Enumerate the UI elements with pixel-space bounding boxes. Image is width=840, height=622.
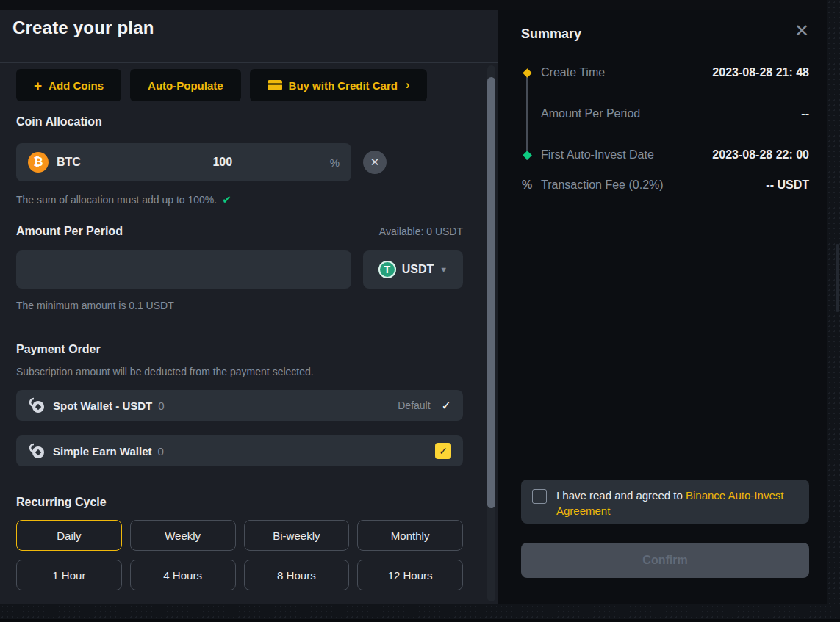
usdt-icon: T [378, 261, 396, 278]
row-label: Amount Per Period [541, 107, 801, 120]
wallet-checkbox-checked[interactable]: ✓ [435, 443, 451, 459]
coin-allocation-row: ₿ BTC 100 % ✕ [16, 143, 463, 181]
summary-timeline: Create Time 2023-08-28 21: 48 Amount Per… [521, 66, 809, 192]
payment-order-description: Subscription amount will be deducted fro… [16, 366, 463, 377]
summary-heading: Summary [521, 26, 581, 42]
row-label: Create Time [541, 66, 712, 79]
agreement-text: I have read and agreed to Binance Auto-I… [556, 488, 798, 518]
plan-form: + Add Coins Auto-Populate Buy with Credi… [16, 64, 463, 604]
remove-coin-button[interactable]: ✕ [363, 151, 387, 174]
agreement-box: I have read and agreed to Binance Auto-I… [521, 480, 809, 524]
chevron-down-icon: ▼ [439, 265, 448, 274]
backdrop-top-edge [0, 0, 840, 10]
cycle-option-weekly[interactable]: Weekly [130, 520, 236, 551]
summary-panel: Summary ✕ Create Time 2023-08-28 21: 48 … [498, 0, 827, 604]
close-icon: ✕ [370, 156, 380, 169]
auto-invest-modal: Create your plan + Add Coins Auto-Popula… [0, 0, 840, 622]
amount-per-period-heading: Amount Per Period [16, 225, 123, 238]
amount-row: T USDT ▼ [16, 250, 463, 289]
yellow-diamond-icon [523, 68, 532, 78]
row-label: First Auto-Invest Date [541, 148, 712, 162]
close-modal-button[interactable]: ✕ [794, 23, 809, 38]
buy-with-credit-card-button[interactable]: Buy with Credit Card › [250, 69, 428, 101]
allocation-hint-text: The sum of allocation must add up to 100… [16, 194, 217, 206]
auto-populate-button[interactable]: Auto-Populate [130, 69, 241, 101]
coins-icon [28, 442, 46, 460]
percent-unit: % [330, 156, 340, 169]
row-value: 2023-08-28 22: 00 [712, 148, 809, 162]
add-coins-label: Add Coins [49, 79, 104, 92]
buy-credit-card-label: Buy with Credit Card [289, 79, 398, 92]
recurring-cycle-heading: Recurring Cycle [16, 496, 463, 509]
spot-wallet-row[interactable]: Spot Wallet - USDT 0 Default ✓ [16, 390, 463, 421]
currency-select[interactable]: T USDT ▼ [363, 250, 463, 289]
minimum-amount-hint: The minimum amount is 0.1 USDT [16, 300, 463, 311]
add-coins-button[interactable]: + Add Coins [16, 69, 121, 101]
btc-icon: ₿ [28, 152, 49, 173]
page-title: Create your plan [12, 18, 154, 38]
row-value: 2023-08-28 21: 48 [712, 66, 809, 79]
cycle-option-4-hours[interactable]: 4 Hours [130, 560, 236, 590]
marker-cell: % [521, 178, 533, 192]
btc-allocation-field[interactable]: ₿ BTC 100 % [16, 143, 351, 181]
cycle-option-daily[interactable]: Daily [16, 520, 122, 551]
plus-icon: + [34, 79, 42, 93]
default-badge: Default [398, 399, 430, 411]
summary-header: Summary ✕ [521, 26, 809, 42]
summary-row-transaction-fee: % Transaction Fee (0.2%) -- USDT [521, 178, 809, 192]
check-icon: ✓ [442, 399, 451, 413]
confirm-button[interactable]: Confirm [521, 543, 809, 578]
available-balance: Available: 0 USDT [379, 225, 463, 237]
page-scrollbar-thumb[interactable] [836, 244, 839, 312]
payment-order-heading: Payment Order [16, 343, 463, 356]
marker-cell [521, 70, 533, 76]
amount-input[interactable] [16, 250, 351, 289]
cycle-option-biweekly[interactable]: Bi-weekly [244, 520, 350, 551]
credit-card-icon [268, 80, 282, 90]
simple-earn-wallet-row[interactable]: Simple Earn Wallet 0 ✓ [16, 435, 463, 466]
wallet-name: Simple Earn Wallet [53, 445, 151, 458]
summary-row-first-auto-invest-date: First Auto-Invest Date 2023-08-28 22: 00 [521, 148, 809, 162]
auto-populate-label: Auto-Populate [148, 79, 223, 92]
wallet-name: Spot Wallet - USDT [53, 399, 152, 412]
allocation-hint: The sum of allocation must add up to 100… [16, 193, 463, 206]
agreement-prefix: I have read and agreed to [556, 489, 686, 502]
summary-row-create-time: Create Time 2023-08-28 21: 48 [521, 66, 809, 79]
coins-icon [28, 397, 46, 414]
row-value: -- USDT [766, 178, 809, 192]
coin-name: BTC [57, 156, 121, 169]
amount-per-period-header: Amount Per Period Available: 0 USDT [16, 225, 463, 238]
currency-label: USDT [402, 263, 434, 276]
close-icon: ✕ [794, 21, 809, 40]
wallet-balance: 0 [158, 399, 398, 412]
backdrop-bottom-edge [0, 619, 840, 622]
coin-allocation-heading: Coin Allocation [16, 115, 463, 129]
marker-cell [521, 152, 533, 159]
cycle-option-8-hours[interactable]: 8 Hours [244, 560, 350, 590]
row-value: -- [801, 107, 809, 120]
wallet-balance: 0 [157, 445, 435, 458]
scrollbar-track[interactable] [487, 65, 495, 601]
agreement-checkbox[interactable] [532, 489, 547, 504]
green-diamond-icon [523, 151, 532, 160]
cycle-option-1-hour[interactable]: 1 Hour [16, 560, 122, 590]
chevron-right-icon: › [406, 79, 409, 92]
percent-icon: % [522, 178, 532, 192]
cycle-option-monthly[interactable]: Monthly [357, 520, 463, 551]
toolbar: + Add Coins Auto-Populate Buy with Credi… [16, 69, 463, 101]
create-plan-panel: Create your plan + Add Coins Auto-Popula… [0, 0, 498, 604]
cycle-option-12-hours[interactable]: 12 Hours [357, 560, 463, 590]
scrollbar-thumb[interactable] [487, 77, 495, 508]
row-label: Transaction Fee (0.2%) [541, 178, 766, 192]
summary-row-amount-per-period: Amount Per Period -- [521, 107, 809, 120]
check-icon: ✔ [222, 193, 231, 206]
backdrop-bottom-strip [0, 604, 840, 619]
allocation-input[interactable]: 100 [121, 156, 324, 169]
recurring-cycle-options: Daily Weekly Bi-weekly Monthly 1 Hour 4 … [16, 520, 463, 590]
